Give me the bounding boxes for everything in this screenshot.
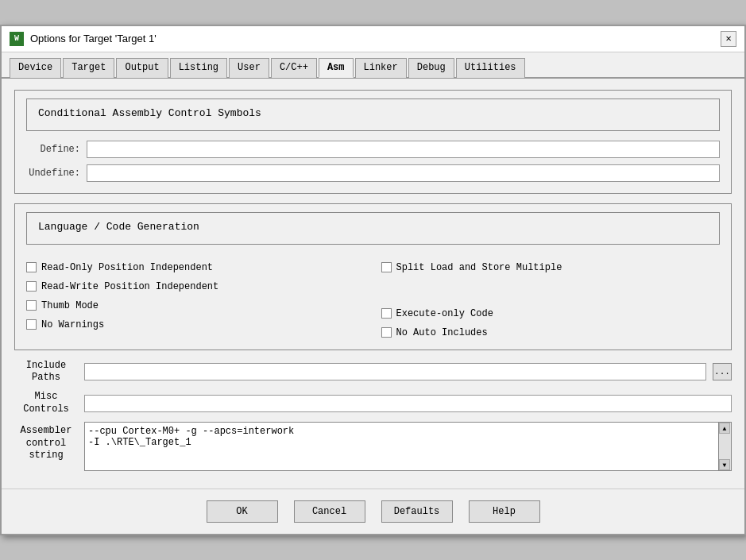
define-label: Define: [26,144,80,155]
checkbox-row-2: Thumb Mode [26,300,365,311]
tab-cpp[interactable]: C/C++ [271,58,317,78]
main-window: W Options for Target 'Target 1' ✕ Device… [0,25,746,535]
close-button[interactable]: ✕ [721,31,736,47]
title-bar-left: W Options for Target 'Target 1' [10,32,157,46]
scroll-up-arrow[interactable]: ▲ [719,423,730,434]
checkbox-split-load[interactable] [381,262,392,272]
define-row: Define: [26,141,720,158]
checkbox-row-3: No Warnings [26,319,365,330]
tab-debug[interactable]: Debug [408,58,454,78]
tab-listing[interactable]: Listing [170,58,227,78]
ok-button[interactable]: OK [207,500,278,523]
assembler-scrollbar[interactable]: ▲ ▼ [718,423,731,470]
assembler-control-label: Assembler control string [14,422,78,462]
tab-output[interactable]: Output [116,58,168,78]
checkbox-label-r2: Execute-only Code [396,308,493,319]
undefine-label: Undefine: [26,168,80,179]
define-input[interactable] [87,141,720,158]
assembler-control-row: Assembler control string --cpu Cortex-M0… [14,422,732,471]
checkbox-no-warnings[interactable] [26,319,37,330]
conditional-assembly-group: Conditional Assembly Control Symbols Def… [14,90,732,194]
footer: OK Cancel Defaults Help [2,489,744,534]
checkbox-row-r0: Split Load and Store Multiple [381,262,721,273]
help-button[interactable]: Help [469,500,540,523]
assembler-line-2: -I .\RTE\_Target_1 [88,437,715,448]
checkbox-label-2: Thumb Mode [41,300,99,311]
include-paths-label: Include Paths [14,360,78,384]
conditional-assembly-legend: Conditional Assembly Control Symbols [26,98,720,131]
scroll-down-arrow[interactable]: ▼ [719,459,730,470]
cancel-button[interactable]: Cancel [294,500,365,523]
checkbox-label-1: Read-Write Position Independent [41,281,218,292]
undefine-row: Undefine: [26,164,720,182]
title-bar: W Options for Target 'Target 1' ✕ [2,26,744,52]
tab-linker[interactable]: Linker [355,58,407,78]
checkbox-row-r2: Execute-only Code [381,308,721,319]
content-area: Conditional Assembly Control Symbols Def… [2,79,744,489]
tab-utilities[interactable]: Utilities [456,58,525,78]
include-paths-input[interactable] [84,363,706,380]
checkbox-label-3: No Warnings [41,319,104,330]
checkbox-readwrite-pos-ind[interactable] [26,281,37,292]
checkbox-execute-only[interactable] [381,308,392,319]
assembler-line-1: --cpu Cortex-M0+ -g --apcs=interwork [88,426,715,437]
checkbox-row-0: Read-Only Position Independent [26,262,365,273]
assembler-control-text: --cpu Cortex-M0+ -g --apcs=interwork -I … [85,423,718,470]
tabs-row: Device Target Output Listing User C/C++ … [2,52,744,79]
tab-asm[interactable]: Asm [319,58,354,78]
misc-controls-label: Misc Controls [14,391,78,415]
checkbox-label-0: Read-Only Position Independent [41,262,213,273]
tab-device[interactable]: Device [10,58,61,78]
language-group: Language / Code Generation Read-Only Pos… [14,203,732,350]
checkbox-row-r1 [381,281,721,300]
window-title: Options for Target 'Target 1' [30,33,157,44]
misc-controls-input[interactable] [84,395,732,412]
checkbox-label-r0: Split Load and Store Multiple [396,262,562,273]
app-icon: W [10,32,24,46]
undefine-input[interactable] [87,164,720,182]
checkbox-row-r3: No Auto Includes [381,327,721,338]
browse-button[interactable]: ... [713,363,732,380]
checkbox-thumb-mode[interactable] [26,300,37,311]
misc-controls-row: Misc Controls [14,391,732,415]
tab-user[interactable]: User [229,58,269,78]
checkbox-no-auto-includes[interactable] [381,327,392,338]
checkboxes-right: Split Load and Store Multiple Execute-on… [381,254,721,338]
checkboxes-left: Read-Only Position Independent Read-Writ… [26,254,365,338]
checkbox-readonly-pos-ind[interactable] [26,262,37,272]
defaults-button[interactable]: Defaults [381,500,453,523]
checkbox-row-1: Read-Write Position Independent [26,281,365,292]
tab-target[interactable]: Target [63,58,114,78]
checkboxes-container: Read-Only Position Independent Read-Writ… [26,254,720,338]
include-paths-row: Include Paths ... [14,360,732,384]
checkbox-label-r3: No Auto Includes [396,327,488,338]
language-legend: Language / Code Generation [26,212,720,245]
